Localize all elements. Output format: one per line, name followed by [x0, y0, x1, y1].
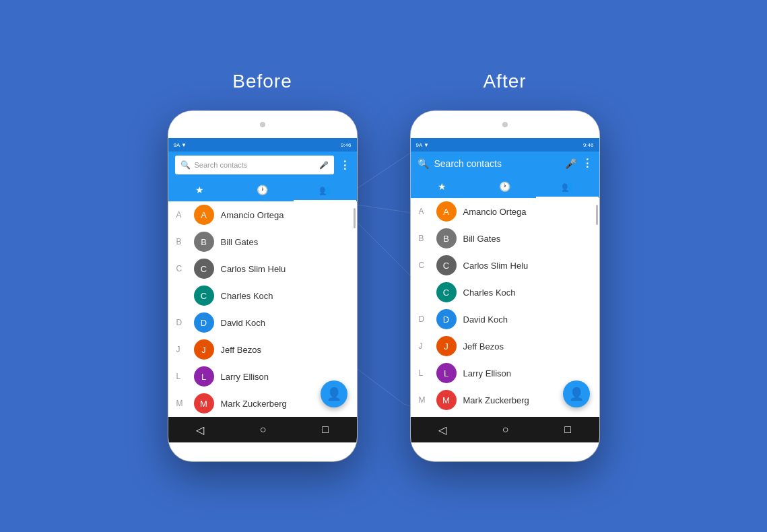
- before-status-bar: 9A ▼ 9:46: [168, 138, 357, 152]
- after-speaker: [502, 122, 508, 127]
- before-screen: 9A ▼ 9:46 🔍 Search contacts 🎤 ⋮: [168, 138, 357, 417]
- before-bottom-bezel: [168, 442, 357, 461]
- after-search-bar: 🔍 Search contacts 🎤 ⋮: [411, 152, 599, 175]
- before-fab[interactable]: 👤: [321, 380, 347, 407]
- before-status-right: 9:46: [341, 142, 352, 148]
- before-phone: 9A ▼ 9:46 🔍 Search contacts 🎤 ⋮: [168, 111, 357, 461]
- after-tab-contacts[interactable]: 👥: [536, 175, 599, 198]
- before-avatar-charles: C: [194, 286, 214, 306]
- before-contact-charles[interactable]: C Charles Koch: [168, 282, 357, 309]
- before-contact-bill[interactable]: B B Bill Gates: [168, 228, 357, 255]
- after-contact-carlos[interactable]: C C Carlos Slim Helu: [411, 252, 599, 279]
- before-fab-icon: 👤: [327, 387, 341, 401]
- before-avatar-david: D: [194, 312, 214, 333]
- after-tab-recent[interactable]: 🕐: [473, 175, 536, 198]
- before-nav-back[interactable]: ◁: [196, 424, 204, 436]
- before-speaker: [260, 122, 265, 127]
- after-fab[interactable]: 👤: [563, 380, 590, 407]
- before-search-icon: 🔍: [180, 160, 191, 170]
- before-contacts-icon: 👥: [319, 185, 331, 195]
- before-contact-jeff[interactable]: J J Jeff Bezos: [168, 336, 357, 363]
- after-search-placeholder[interactable]: Search contacts: [434, 158, 560, 169]
- before-tab-contacts[interactable]: 👥: [294, 178, 356, 201]
- before-contacts-list: A A Amancio Ortega B B Bill Gates C C Ca…: [168, 201, 357, 417]
- after-contact-charles[interactable]: C Charles Koch: [411, 279, 599, 306]
- before-avatar-carlos: C: [194, 259, 214, 279]
- before-contact-carlos[interactable]: C C Carlos Slim Helu: [168, 255, 357, 282]
- after-top-bezel: [411, 111, 599, 138]
- after-fab-icon: 👤: [569, 387, 584, 401]
- after-contact-jeff[interactable]: J J Jeff Bezos: [411, 333, 599, 360]
- before-avatar-bill: B: [194, 232, 214, 252]
- after-nav-home[interactable]: ○: [502, 424, 509, 436]
- before-avatar-amancio: A: [194, 205, 214, 225]
- after-contacts-list: A A Amancio Ortega B B Bill Gates C C Ca…: [411, 198, 599, 417]
- after-clock-icon: 🕐: [499, 181, 510, 192]
- after-section: After 9A ▼ 9:46 🔍: [411, 71, 599, 461]
- after-contact-david[interactable]: D D David Koch: [411, 306, 599, 333]
- after-search-icon: 🔍: [418, 158, 429, 169]
- after-phone: 9A ▼ 9:46 🔍 Search contacts 🎤 ⋮ ★: [411, 111, 599, 461]
- before-clock-icon: 🕐: [257, 185, 268, 195]
- before-tab-bar: ★ 🕐 👥: [168, 178, 357, 201]
- before-status-icons: 9A ▼: [174, 142, 187, 148]
- before-nav-bar: ◁ ○ □: [168, 417, 357, 442]
- after-avatar-carlos: C: [436, 255, 457, 275]
- before-avatar-larry: L: [194, 366, 214, 387]
- after-contact-amancio[interactable]: A A Amancio Ortega: [411, 198, 599, 225]
- after-avatar-mark: M: [436, 390, 457, 410]
- before-search-bar: 🔍 Search contacts 🎤 ⋮: [168, 152, 357, 178]
- before-title: Before: [232, 71, 292, 92]
- after-avatar-bill: B: [436, 228, 457, 248]
- after-star-icon: ★: [438, 181, 446, 192]
- after-contact-bill[interactable]: B B Bill Gates: [411, 225, 599, 252]
- after-avatar-amancio: A: [436, 201, 457, 222]
- after-avatar-david: D: [436, 309, 457, 329]
- before-tab-recent[interactable]: 🕐: [231, 178, 294, 201]
- after-tab-favorites[interactable]: ★: [411, 175, 473, 198]
- before-status-left: 9A ▼: [174, 142, 187, 148]
- comparison-container: Before 9A ▼ 9:46: [168, 71, 599, 461]
- before-nav-home[interactable]: ○: [260, 424, 267, 436]
- after-status-bar: 9A ▼ 9:46: [411, 138, 599, 152]
- before-mic-icon: 🎤: [319, 161, 329, 170]
- before-scroll-indicator[interactable]: [354, 208, 356, 228]
- after-status-icons: 9A ▼: [416, 142, 429, 148]
- before-more-icon[interactable]: ⋮: [339, 159, 350, 172]
- after-nav-back[interactable]: ◁: [438, 424, 446, 436]
- after-tab-bar: ★ 🕐 👥: [411, 175, 599, 198]
- before-section: Before 9A ▼ 9:46: [168, 71, 357, 461]
- after-nav-recents[interactable]: □: [564, 424, 571, 436]
- before-time: 9:46: [341, 142, 352, 148]
- after-screen: 9A ▼ 9:46 🔍 Search contacts 🎤 ⋮ ★: [411, 138, 599, 417]
- after-bottom-bezel: [411, 442, 599, 461]
- before-contact-david[interactable]: D D David Koch: [168, 309, 357, 336]
- before-star-icon: ★: [195, 185, 204, 195]
- after-scroll-indicator[interactable]: [596, 205, 598, 225]
- after-time: 9:46: [583, 142, 594, 148]
- after-nav-bar: ◁ ○ □: [411, 417, 599, 442]
- before-search-placeholder: Search contacts: [195, 161, 315, 169]
- before-tab-favorites[interactable]: ★: [168, 178, 231, 201]
- before-top-bezel: [168, 111, 357, 138]
- after-contacts-icon: 👥: [562, 181, 573, 192]
- before-avatar-mark: M: [194, 393, 214, 413]
- after-contact-warren[interactable]: W W Warren Buffett: [411, 413, 599, 417]
- after-title: After: [483, 71, 526, 92]
- after-avatar-larry: L: [436, 363, 457, 383]
- before-avatar-jeff: J: [194, 339, 214, 360]
- after-more-icon[interactable]: ⋮: [582, 157, 593, 170]
- before-nav-recents[interactable]: □: [322, 424, 329, 436]
- after-avatar-charles: C: [436, 282, 457, 302]
- after-avatar-jeff: J: [436, 336, 457, 356]
- after-mic-icon: 🎤: [565, 158, 576, 169]
- after-status-right: 9:46: [583, 142, 594, 148]
- after-status-left: 9A ▼: [416, 142, 429, 148]
- before-search-input-box[interactable]: 🔍 Search contacts 🎤: [175, 156, 334, 174]
- before-contact-amancio[interactable]: A A Amancio Ortega: [168, 201, 357, 228]
